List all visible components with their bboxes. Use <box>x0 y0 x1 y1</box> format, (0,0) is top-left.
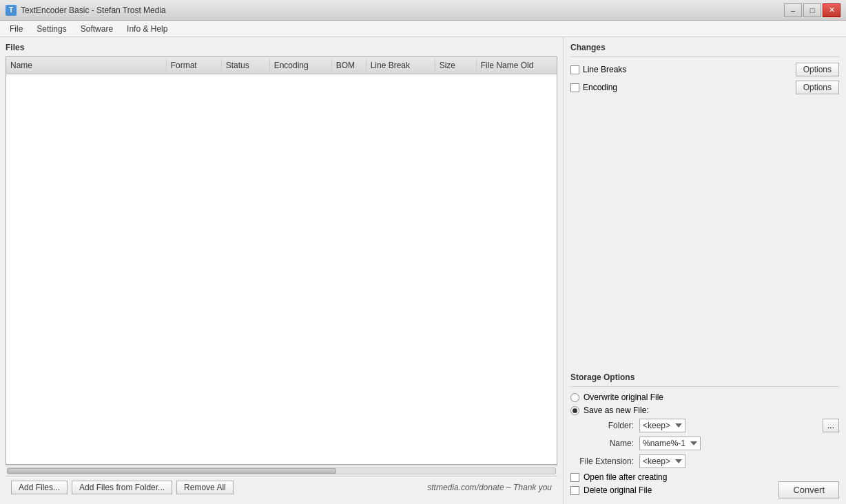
titlebar-left: T TextEncoder Basic - Stefan Trost Media <box>6 5 166 16</box>
save-new-radio[interactable] <box>570 406 579 415</box>
encoding-checkbox[interactable] <box>570 83 579 92</box>
open-file-checkbox[interactable] <box>570 473 579 482</box>
col-bom: BOM <box>332 59 367 72</box>
overwrite-radio-row: Overwrite original File <box>570 392 839 402</box>
scrollbar-track[interactable] <box>7 468 556 474</box>
folder-select[interactable]: <keep> <box>639 419 685 432</box>
line-breaks-checkbox[interactable] <box>570 65 579 74</box>
line-breaks-options-button[interactable]: Options <box>796 63 839 76</box>
menu-file[interactable]: File <box>3 22 30 36</box>
save-new-label: Save as new File: <box>584 406 649 415</box>
folder-input-wrap: <keep> ... <box>639 419 839 432</box>
overwrite-radio[interactable] <box>570 393 579 402</box>
ext-label: File Extension: <box>570 456 639 466</box>
radio-dot <box>572 408 577 413</box>
encoding-row: Encoding Options <box>570 81 839 94</box>
ext-select[interactable]: <keep> <box>639 454 685 468</box>
right-panel: Changes Line Breaks Options Encoding <box>564 37 846 504</box>
overwrite-label: Overwrite original File <box>584 392 663 402</box>
ext-select-wrapper: <keep> <box>639 454 839 468</box>
line-breaks-checkbox-wrap: Line Breaks <box>570 65 626 74</box>
changes-section: Changes Line Breaks Options Encoding <box>570 43 839 98</box>
files-table-header: Name Format Status Encoding BOM Line Bre… <box>6 57 557 74</box>
main-content: Files Name Format Status Encoding BOM Li… <box>0 37 846 504</box>
convert-button[interactable]: Convert <box>778 481 839 498</box>
name-input-wrap: %name%-1 <box>639 437 839 450</box>
titlebar: T TextEncoder Basic - Stefan Trost Media… <box>0 0 846 21</box>
titlebar-controls: – □ ✕ <box>784 3 840 17</box>
col-linebreak: Line Break <box>367 59 435 72</box>
files-title: Files <box>6 43 557 52</box>
changes-title: Changes <box>570 43 839 52</box>
name-select[interactable]: %name%-1 <box>639 437 701 450</box>
col-filenameold: File Name Old <box>477 59 557 72</box>
col-encoding: Encoding <box>270 59 332 72</box>
browse-button[interactable]: ... <box>823 419 839 432</box>
folder-select-wrapper: <keep> <box>639 419 821 432</box>
encoding-label: Encoding <box>583 83 617 92</box>
line-breaks-row: Line Breaks Options <box>570 63 839 76</box>
col-format: Format <box>167 59 222 72</box>
menubar: File Settings Software Info & Help <box>0 21 846 37</box>
storage-section: Storage Options Overwrite original File … <box>570 372 839 498</box>
remove-all-button[interactable]: Remove All <box>176 481 234 494</box>
right-panel-wrapper: Changes Line Breaks Options Encoding <box>564 37 846 504</box>
delete-file-label: Delete original File <box>584 485 652 495</box>
ext-input-wrap: <keep> <box>639 454 839 468</box>
folder-row: Folder: <keep> ... <box>570 419 839 432</box>
files-table-body <box>6 74 557 464</box>
menu-settings[interactable]: Settings <box>30 22 73 36</box>
bottom-buttons: Add Files... Add Files from Folder... Re… <box>11 481 234 494</box>
open-file-label: Open file after creating <box>584 472 667 482</box>
minimize-button[interactable]: – <box>784 3 802 17</box>
changes-body <box>570 98 839 372</box>
col-status: Status <box>222 59 270 72</box>
save-new-radio-row: Save as new File: <box>570 406 839 415</box>
add-files-button[interactable]: Add Files... <box>11 481 68 494</box>
folder-label: Folder: <box>570 421 639 430</box>
encoding-checkbox-wrap: Encoding <box>570 83 617 92</box>
open-file-row: Open file after creating <box>570 472 839 482</box>
left-panel: Files Name Format Status Encoding BOM Li… <box>0 37 564 504</box>
donate-text: sttmedia.com/donate – Thank you <box>427 483 552 492</box>
storage-title: Storage Options <box>570 372 839 382</box>
encoding-options-button[interactable]: Options <box>796 81 839 94</box>
app-icon: T <box>6 5 17 16</box>
storage-divider <box>570 386 839 387</box>
horizontal-scrollbar[interactable] <box>6 465 557 476</box>
maximize-button[interactable]: □ <box>803 3 821 17</box>
line-breaks-label: Line Breaks <box>583 65 626 74</box>
name-label: Name: <box>570 439 639 448</box>
add-files-from-folder-button[interactable]: Add Files from Folder... <box>72 481 172 494</box>
scrollbar-thumb[interactable] <box>8 468 336 474</box>
titlebar-title: TextEncoder Basic - Stefan Trost Media <box>21 6 166 15</box>
delete-file-checkbox[interactable] <box>570 486 579 495</box>
col-size: Size <box>435 59 477 72</box>
col-name: Name <box>6 59 167 72</box>
close-button[interactable]: ✕ <box>823 3 840 17</box>
ext-row: File Extension: <keep> <box>570 454 839 468</box>
menu-software[interactable]: Software <box>74 22 120 36</box>
name-row: Name: %name%-1 <box>570 437 839 450</box>
files-table: Name Format Status Encoding BOM Line Bre… <box>6 56 557 465</box>
name-select-wrapper: %name%-1 <box>639 437 839 450</box>
changes-divider <box>570 56 839 57</box>
menu-info[interactable]: Info & Help <box>120 22 174 36</box>
bottom-bar: Add Files... Add Files from Folder... Re… <box>6 476 557 498</box>
